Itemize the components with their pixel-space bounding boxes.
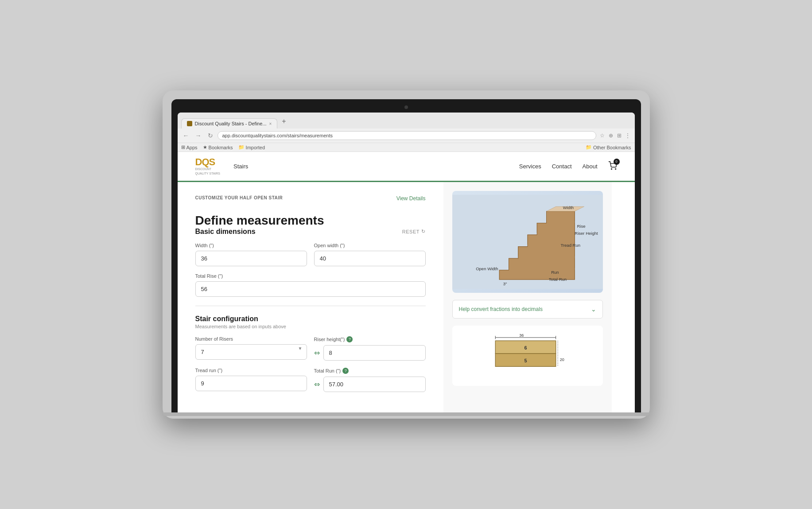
customize-label: CUSTOMIZE YOUR HALF OPEN STAIR	[195, 195, 283, 200]
page-title-row: CUSTOMIZE YOUR HALF OPEN STAIR View Deta…	[195, 195, 426, 203]
apps-label: Apps	[186, 145, 198, 150]
laptop-outer: Discount Quality Stairs - Define... × + …	[163, 90, 650, 418]
total-run-input[interactable]	[323, 377, 426, 392]
ext2-icon[interactable]: ⊞	[616, 132, 623, 139]
reload-btn[interactable]: ↻	[206, 131, 215, 140]
tab-title: Discount Quality Stairs - Define...	[195, 121, 267, 126]
forward-btn[interactable]: →	[194, 131, 203, 140]
svg-text:6: 6	[524, 345, 527, 350]
num-risers-label: Number of Risers	[195, 336, 307, 342]
nav-services[interactable]: Services	[519, 163, 541, 170]
bookmarks-bookmark[interactable]: ★ Bookmarks	[203, 144, 233, 150]
link-icon-risers: ⇔	[314, 349, 320, 357]
other-bookmarks[interactable]: 📁 Other Bookmarks	[586, 144, 631, 150]
svg-point-0	[611, 168, 612, 169]
section-divider	[195, 306, 426, 306]
open-width-label: Open width (")	[314, 243, 426, 248]
width-row: Width (") Open width (")	[195, 243, 426, 266]
view-details-link[interactable]: View Details	[396, 195, 426, 202]
riser-height-help-icon[interactable]: ?	[346, 336, 353, 342]
riser-height-label: Riser height(")	[314, 337, 345, 342]
cart-btn[interactable]: 0	[608, 161, 617, 172]
reset-icon: ↻	[421, 229, 426, 234]
main-layout: CUSTOMIZE YOUR HALF OPEN STAIR View Deta…	[178, 182, 635, 412]
riser-height-label-row: Riser height(") ?	[314, 336, 426, 342]
bookmarks-bar: ⊞ Apps ★ Bookmarks 📁 Imported 📁 Other Bo…	[178, 143, 635, 152]
ext1-icon[interactable]: ⊕	[607, 132, 614, 139]
nav-about[interactable]: About	[583, 163, 598, 170]
stair-diagram: Width Rise Riser Height Tread Run Open W…	[452, 191, 603, 293]
browser-actions: ☆ ⊕ ⊞ ⋮	[599, 132, 631, 139]
right-panel: Width Rise Riser Height Tread Run Open W…	[443, 182, 612, 412]
left-panel: CUSTOMIZE YOUR HALF OPEN STAIR View Deta…	[178, 182, 443, 412]
page-title: Define measurements	[195, 214, 426, 228]
laptop-foot	[163, 412, 650, 416]
laptop-bottom	[171, 412, 641, 419]
reset-label: RESET	[402, 229, 420, 234]
open-width-group: Open width (")	[314, 243, 426, 266]
stair-diagram-svg: Width Rise Riser Height Tread Run Open W…	[452, 191, 603, 293]
svg-point-1	[615, 168, 616, 169]
total-rise-input[interactable]	[195, 281, 426, 297]
basic-dimensions-header: Basic dimensions RESET ↻	[195, 228, 426, 236]
tread-run-group: Tread run (")	[195, 368, 307, 392]
menu-icon[interactable]: ⋮	[624, 132, 631, 139]
nav-links: Services Contact About 0	[519, 161, 617, 172]
tread-run-input[interactable]	[195, 376, 307, 391]
fraction-helper-btn[interactable]: Help convert fractions into decimals ⌄	[452, 300, 603, 319]
svg-text:20: 20	[559, 357, 564, 361]
site-logo[interactable]: DQS Discount Quality Stairs	[195, 157, 221, 175]
total-run-group: Total Run (") ? ⇔	[314, 368, 426, 392]
apps-bookmark[interactable]: ⊞ Apps	[181, 144, 198, 150]
tab-close-btn[interactable]: ×	[269, 121, 272, 126]
width-group: Width (")	[195, 243, 307, 266]
stair-config-section: Stair configuration Measurements are bas…	[195, 315, 426, 392]
config-subtitle: Measurements are based on inputs above	[195, 324, 426, 329]
svg-text:Total Run: Total Run	[548, 277, 566, 282]
back-btn[interactable]: ←	[181, 131, 191, 140]
open-width-input[interactable]	[314, 251, 426, 266]
bookmarks-label: Bookmarks	[209, 145, 233, 150]
risers-row: Number of Risers 7 6 8 9 10 ▼	[195, 336, 426, 361]
browser-chrome: Discount Quality Stairs - Define... × +	[178, 113, 635, 128]
logo-subtitle: Discount Quality Stairs	[195, 167, 221, 175]
svg-text:Tread Run: Tread Run	[560, 242, 580, 247]
apps-grid-icon: ⊞	[181, 144, 185, 150]
svg-text:Riser Height: Riser Height	[575, 231, 598, 236]
nav-contact[interactable]: Contact	[552, 163, 572, 170]
dimension-diagram-svg: 36 6 5 20	[459, 333, 596, 377]
total-run-label-row: Total Run (") ?	[314, 368, 426, 374]
total-rise-group: Total Rise (")	[195, 273, 426, 297]
num-risers-group: Number of Risers 7 6 8 9 10 ▼	[195, 336, 307, 361]
logo-sub1: Discount	[195, 167, 212, 171]
imported-bookmark[interactable]: 📁 Imported	[238, 144, 265, 150]
dimension-diagram: 36 6 5 20	[452, 326, 603, 386]
svg-text:5: 5	[524, 358, 527, 363]
address-input[interactable]	[218, 131, 596, 140]
total-run-label: Total Run (")	[314, 368, 341, 373]
basic-dimensions-title: Basic dimensions	[195, 228, 256, 236]
link-icon-run: ⇔	[314, 380, 320, 389]
camera	[404, 105, 408, 109]
nav-stairs-link[interactable]: Stairs	[233, 163, 248, 170]
other-folder-icon: 📁	[586, 144, 592, 150]
riser-height-input[interactable]	[323, 345, 426, 361]
fraction-helper-text: Help convert fractions into decimals	[459, 306, 543, 312]
tab-favicon	[187, 121, 192, 126]
tread-row: Tread run (") Total Run (") ?	[195, 368, 426, 392]
bookmark-star-icon: ★	[203, 144, 207, 150]
total-run-help-icon[interactable]: ?	[342, 368, 349, 374]
screen-bezel: Discount Quality Stairs - Define... × + …	[171, 99, 641, 412]
tread-run-label: Tread run (")	[195, 368, 307, 373]
width-input[interactable]	[195, 251, 307, 266]
svg-text:Run: Run	[551, 270, 559, 275]
new-tab-btn[interactable]: +	[278, 115, 289, 128]
star-icon[interactable]: ☆	[599, 132, 606, 139]
stair-config-title: Stair configuration	[195, 315, 426, 323]
svg-text:3": 3"	[503, 281, 507, 286]
num-risers-select[interactable]: 7 6 8 9 10	[195, 344, 307, 360]
cart-badge: 0	[614, 159, 620, 165]
active-tab[interactable]: Discount Quality Stairs - Define... ×	[181, 118, 278, 128]
reset-btn[interactable]: RESET ↻	[402, 229, 426, 234]
svg-text:Rise: Rise	[577, 224, 585, 229]
